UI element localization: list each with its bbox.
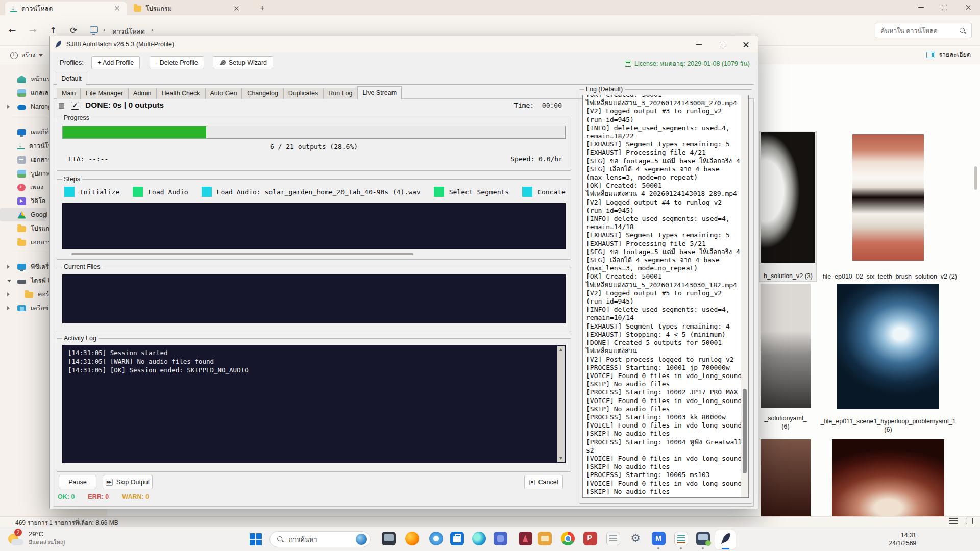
list-view-icon[interactable] [949, 518, 958, 525]
teams-icon[interactable] [490, 530, 510, 549]
app-close-button[interactable] [734, 36, 758, 53]
chrome-icon[interactable] [557, 530, 578, 549]
vertical-scrollbar[interactable] [974, 166, 977, 190]
done-checkbox[interactable]: ✓ [71, 102, 79, 110]
log-line: [VOICE] Found 0 files in vdo_long_sound/ [586, 397, 739, 405]
sidebar-item-Google[interactable]: Google [0, 208, 47, 221]
license-text: License: หมดอายุ: 2029-01-08 (1079 วัน) [634, 59, 750, 69]
file-thumbnail [837, 284, 939, 409]
chevron-right-icon[interactable] [7, 306, 10, 310]
red-app-icon[interactable] [515, 530, 535, 549]
tab-admin[interactable]: Admin [128, 88, 156, 99]
counter-err: ERR: 0 [88, 493, 109, 500]
log-line: [V2] Logged output #4 to runlog_v2 [586, 198, 739, 207]
microsoft-store-icon[interactable] [447, 530, 467, 549]
tab-health-check[interactable]: Health Check [156, 88, 205, 99]
remote-desktop-icon[interactable] [693, 530, 713, 549]
settings-gear-icon[interactable]: ⚙ [625, 530, 646, 549]
cloud-icon [17, 105, 26, 110]
horizontal-scrollbar[interactable] [71, 253, 413, 255]
weather-widget[interactable]: 2 29°C มีแดดส่วนใหญ่ [7, 530, 65, 547]
log-textarea[interactable]: [OK] Created: 50001ไฟเหลี่ยมแต่งสวน_3_20… [582, 95, 749, 498]
file-item[interactable]: _file_ep011_scene1_hyperloop_problemyaml… [819, 283, 958, 436]
details-pane-label: รายละเอียด [939, 49, 971, 60]
step-status-swatch [133, 187, 143, 197]
presentation-app-icon[interactable] [580, 530, 600, 549]
up-icon[interactable]: ↑ [47, 24, 59, 37]
system-monitor-icon[interactable] [378, 530, 399, 549]
file-item[interactable]: _file_ep010_02_six_teeth_brush_solution_… [819, 132, 958, 282]
tab-file-manager[interactable]: File Manager [81, 88, 128, 99]
close-button[interactable] [957, 0, 980, 15]
file-item[interactable]: h_solution_v2 (3) [760, 131, 817, 282]
log-line: [VOICE] Found 0 files in vdo_long_sound/ [586, 421, 739, 430]
cancel-button[interactable]: Cancel [524, 475, 563, 489]
log-line: [EXHAUST] Processing file 4/21 [586, 148, 739, 157]
back-icon[interactable]: ← [6, 24, 18, 37]
delete-profile-button[interactable]: - Delete Profile [150, 56, 204, 69]
scroll-up-icon[interactable] [559, 348, 562, 351]
profiles-toolbar: Profiles: + Add Profile - Delete Profile… [50, 53, 758, 72]
scroll-down-icon[interactable] [559, 457, 562, 460]
tab-auto-gen[interactable]: Auto Gen [205, 88, 242, 99]
step-chip: Load Audio [133, 187, 188, 197]
chevron-right-icon[interactable] [7, 265, 10, 269]
photos-icon [429, 532, 443, 545]
firefox-icon[interactable] [402, 530, 422, 549]
skip-output-button[interactable]: ▶▶Skip Output [103, 475, 153, 489]
profile-tab-default[interactable]: Default [57, 72, 86, 85]
explorer-tab-programs[interactable]: โปรแกรม [129, 2, 246, 15]
pause-button[interactable]: Pause [59, 475, 96, 489]
log-scroll-thumb[interactable] [743, 389, 747, 473]
new-item-button[interactable]: สร้าง [6, 48, 47, 62]
activity-scrollbar[interactable] [557, 346, 565, 462]
tab-close-icon[interactable] [113, 5, 121, 13]
refresh-icon[interactable]: ⟳ [67, 24, 80, 37]
details-pane-button[interactable]: รายละเอียด [926, 49, 971, 60]
file-item[interactable]: _solutionyaml_ (6) [760, 283, 812, 432]
notes-app-icon[interactable] [603, 530, 623, 549]
tab-duplicates[interactable]: Duplicates [283, 88, 323, 99]
log-line: [VOICE] Found 0 files in vdo_long_sound/ [586, 455, 739, 463]
tab-changelog[interactable]: Changelog [242, 88, 283, 99]
tab-run-log[interactable]: Run Log [323, 88, 357, 99]
app-title-bar[interactable]: SJ88 AutoBatch v26.5.3 (Multi-Profile) [50, 36, 758, 53]
minimize-button[interactable] [910, 0, 933, 15]
photos-icon[interactable] [426, 530, 446, 549]
tab-live-stream[interactable]: Live Stream [357, 86, 402, 99]
chevron-right-icon[interactable] [7, 292, 10, 296]
taskbar-clock[interactable]: 14:31 24/1/2569 [868, 531, 916, 547]
breadcrumb[interactable]: ดาวน์โหลด [112, 26, 145, 37]
add-profile-button[interactable]: + Add Profile [91, 56, 140, 69]
blue-m-app-icon[interactable]: M [648, 530, 669, 549]
thumbnail-view-icon[interactable] [966, 518, 973, 524]
notes-app-icon [606, 532, 620, 545]
settings-gear-icon: ⚙ [629, 532, 643, 545]
chevron-right-icon[interactable] [7, 105, 10, 109]
stop-icon[interactable] [59, 103, 64, 109]
app-window-controls [688, 36, 758, 53]
activity-line: [14:31:05] Session started [68, 348, 552, 357]
app-minimize-button[interactable] [688, 36, 711, 53]
steps-group-label: Steps [62, 176, 82, 183]
start-button[interactable] [250, 533, 262, 545]
explorer-search-input[interactable]: ค้นหาใน ดาวน์โหลด [875, 23, 972, 38]
log-line: [V2] Logged output #3 to runlog_v2 [586, 107, 739, 115]
edge-icon[interactable] [469, 530, 489, 549]
gdrive-icon [17, 211, 26, 219]
app-maximize-button[interactable] [711, 36, 734, 53]
amber-app-icon[interactable] [534, 530, 555, 549]
maximize-button[interactable] [933, 0, 957, 15]
taskbar-search-input[interactable]: การค้นหา [270, 531, 371, 547]
log-scrollbar[interactable] [741, 95, 748, 497]
autobatch-feather-icon[interactable] [715, 530, 736, 549]
forward-icon[interactable]: → [27, 24, 39, 37]
explorer-tab-downloads[interactable]: ดาวน์โหลด [5, 2, 127, 15]
notepad-icon[interactable] [671, 530, 691, 549]
tab-main[interactable]: Main [57, 88, 81, 99]
new-tab-button[interactable]: + [258, 4, 267, 13]
log-line: [PROCESS] Starting: 10005 ms103 [586, 471, 739, 479]
tab-close-icon[interactable] [233, 5, 241, 13]
chevron-down-icon[interactable] [7, 280, 11, 282]
setup-wizard-button[interactable]: Setup Wizard [213, 56, 273, 69]
